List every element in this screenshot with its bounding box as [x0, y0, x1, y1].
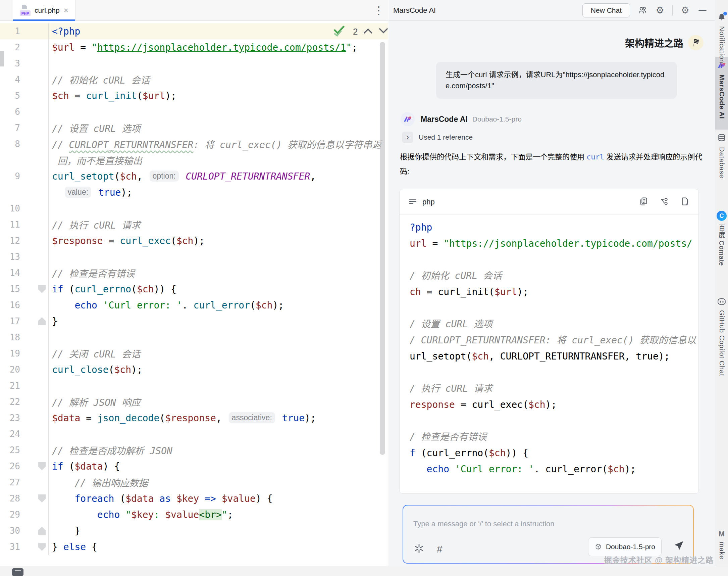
sidebar-item-database[interactable]: Database — [715, 134, 728, 179]
fold-marker-icon[interactable] — [38, 285, 46, 293]
ide-settings-icon[interactable]: ⚙ — [680, 5, 690, 16]
editor-line[interactable]: 20curl_close($ch); — [0, 362, 388, 378]
editor-line[interactable]: 26if ($data) { — [0, 458, 388, 474]
minimize-icon[interactable] — [697, 5, 707, 16]
editor-line[interactable]: 8// CURLOPT_RETURNTRANSFER: 将 curl_exec(… — [0, 136, 388, 152]
editor-line[interactable]: 4// 初始化 cURL 会话 — [0, 71, 388, 88]
editor-line[interactable]: 30 } — [0, 523, 388, 539]
line-number: 4 — [15, 75, 20, 85]
new-file-code-icon[interactable] — [680, 197, 690, 207]
editor-line[interactable]: 11// 执行 cURL 请求 — [0, 217, 388, 233]
editor-line[interactable]: 回，而不是直接输出 — [0, 152, 388, 168]
fold-marker-icon[interactable] — [38, 494, 46, 502]
fold-marker-icon[interactable] — [38, 317, 46, 325]
wrap-lines-icon[interactable] — [408, 198, 417, 206]
fold-marker-icon[interactable] — [38, 462, 46, 470]
line-number: 28 — [10, 493, 20, 503]
marscode-logo-icon — [717, 61, 726, 71]
new-chat-button[interactable]: New Chat — [582, 3, 630, 18]
code-text: $data = json_decode($response, associati… — [49, 412, 316, 424]
chat-code-block: php — [399, 189, 699, 494]
line-number: 16 — [10, 300, 20, 310]
gutter-cell: 7 — [0, 120, 49, 136]
tab-close-icon[interactable]: × — [64, 6, 68, 15]
bell-icon — [717, 13, 726, 23]
editor-line[interactable]: 3 — [0, 55, 388, 71]
editor-line[interactable]: value: true); — [0, 184, 388, 200]
editor-line[interactable]: 2$url = "https://jsonplaceholder.typicod… — [0, 39, 388, 55]
inspection-widget[interactable]: 2 — [333, 25, 388, 38]
editor-line[interactable]: 22// 解析 JSON 响应 — [0, 394, 388, 410]
line-number: 20 — [10, 365, 20, 375]
fold-marker-icon[interactable] — [38, 527, 46, 535]
gutter-cell: 29 — [0, 507, 49, 523]
gutter-cell: 16 — [0, 297, 49, 313]
editor-line[interactable]: 6 — [0, 104, 388, 120]
line-number: 29 — [10, 510, 20, 520]
code-text: $response = curl_exec($ch); — [49, 235, 205, 247]
editor-line[interactable]: 10 — [0, 200, 388, 217]
gutter-cell: 5 — [0, 88, 49, 104]
editor-line[interactable]: 18 — [0, 329, 388, 345]
sidebar-item-make[interactable]: M make — [715, 530, 728, 559]
editor-line[interactable]: 1<?php — [0, 23, 388, 39]
editor-line[interactable]: 12$response = curl_exec($ch); — [0, 233, 388, 249]
editor-line[interactable]: 13 — [0, 249, 388, 265]
panel-settings-icon[interactable]: ⚙ — [655, 5, 665, 16]
watermark-bottom: 掘金技术社区 @ 架构精进之路 — [604, 554, 714, 565]
sidebar-item-marscode-ai[interactable]: MarsCode AI — [715, 61, 728, 119]
editor-line[interactable]: 5$ch = curl_init($url); — [0, 88, 388, 104]
cube-icon — [595, 543, 602, 550]
editor-line[interactable]: 19// 关闭 cURL 会话 — [0, 345, 388, 362]
copilot-icon — [717, 297, 726, 307]
editor-line[interactable]: 29 echo "$key: $value<br>"; — [0, 507, 388, 523]
fold-marker-icon[interactable] — [38, 543, 46, 551]
sidebar-item-notifications[interactable]: Notifications — [715, 13, 728, 67]
prev-issue-icon[interactable] — [363, 28, 373, 36]
editor-scrollbar[interactable] — [380, 42, 385, 455]
model-selector-chip[interactable]: Doubao-1.5-pro — [588, 538, 662, 556]
code-block-body: ?phpurl = "https://jsonplaceholder.typic… — [400, 215, 698, 477]
tab-curl-php[interactable]: PHP curl.php × — [13, 0, 75, 21]
line-number: 18 — [10, 332, 20, 342]
editor-line[interactable]: 14// 检查是否有错误 — [0, 265, 388, 281]
gutter-cell: 10 — [0, 200, 49, 217]
context-hash-icon[interactable]: # — [437, 543, 443, 555]
code-text: value: true); — [49, 186, 132, 198]
editor-options-kebab-icon[interactable]: ⋮ — [373, 3, 385, 18]
chat-code-line: / 检查是否有错误 — [410, 429, 698, 445]
line-number: 15 — [10, 284, 20, 294]
line-number: 6 — [15, 107, 20, 117]
editor-line[interactable]: 28 foreach ($data as $key => $value) { — [0, 490, 388, 507]
gutter-cell: 27 — [0, 474, 49, 490]
gutter-cell: 12 — [0, 233, 49, 249]
header-divider — [672, 5, 673, 16]
editor-line[interactable]: 15if (curl_errno($ch)) { — [0, 281, 388, 297]
copy-code-icon[interactable] — [639, 197, 648, 207]
chevron-right-icon[interactable]: › — [402, 132, 413, 143]
reference-row[interactable]: › Used 1 reference — [402, 132, 473, 143]
code-text: if (curl_errno($ch)) { — [49, 284, 177, 295]
ide-window: PHP curl.php × ⋮ 1<?php2$url = "https://… — [0, 0, 728, 576]
commands-icon[interactable] — [414, 543, 424, 555]
editor-line[interactable]: 24 — [0, 426, 388, 442]
editor-line[interactable]: 21 — [0, 378, 388, 394]
sidebar-item-github-copilot[interactable]: GitHub Copilot Chat — [715, 297, 728, 376]
editor-line[interactable]: 25// 检查是否成功解析 JSON — [0, 442, 388, 458]
next-issue-icon[interactable] — [378, 28, 388, 36]
editor-line[interactable]: 23$data = json_decode($response, associa… — [0, 410, 388, 426]
status-bar-icon[interactable] — [12, 568, 24, 576]
gutter-cell: 11 — [0, 217, 49, 233]
insert-code-icon[interactable] — [660, 197, 669, 207]
chat-code-line: / 执行 cURL 请求 — [410, 381, 698, 397]
profile-icon[interactable] — [637, 5, 647, 16]
send-icon[interactable] — [673, 540, 685, 553]
editor-line[interactable]: 7// 设置 cURL 选项 — [0, 120, 388, 136]
editor-line[interactable]: 9curl_setopt($ch, option: CURLOPT_RETURN… — [0, 168, 388, 184]
editor-line[interactable]: 27 // 输出响应数据 — [0, 474, 388, 490]
editor-line[interactable]: 17} — [0, 313, 388, 329]
editor-line[interactable]: 31} else { — [0, 539, 388, 555]
sidebar-item-comate[interactable]: C 百度 Comate — [715, 211, 728, 266]
line-number: 7 — [15, 123, 20, 133]
editor-line[interactable]: 16 echo 'Curl error: '. curl_error($ch); — [0, 297, 388, 313]
